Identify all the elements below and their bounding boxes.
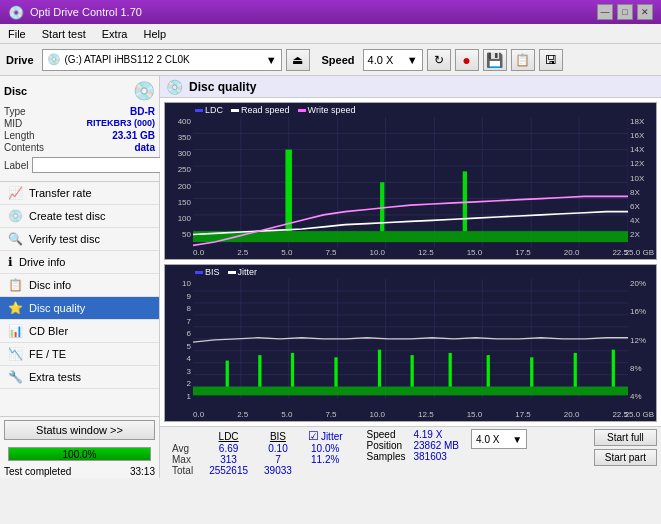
nav-cd-bier[interactable]: 📊 CD BIer xyxy=(0,320,159,343)
total-bis: 39033 xyxy=(256,465,300,476)
nav-label: CD BIer xyxy=(29,325,68,337)
right-stats: Speed 4.19 X Position 23862 MB Samples 3… xyxy=(363,429,464,462)
drive-eject-button[interactable]: ⏏ xyxy=(286,49,310,71)
start-part-button[interactable]: Start part xyxy=(594,449,657,466)
nav-label: Transfer rate xyxy=(29,187,92,199)
nav-verify-test-disc[interactable]: 🔍 Verify test disc xyxy=(0,228,159,251)
drive-cd-icon: 💿 xyxy=(47,53,61,66)
max-ldc: 313 xyxy=(201,454,256,465)
progress-text: 100.0% xyxy=(9,448,150,462)
length-label: Length xyxy=(4,130,35,141)
menu-start-test[interactable]: Start test xyxy=(38,27,90,41)
jitter-checkbox-row[interactable]: ☑ Jitter xyxy=(308,429,343,443)
svg-rect-16 xyxy=(193,231,628,242)
nav-create-test-disc[interactable]: 💿 Create test disc xyxy=(0,205,159,228)
drive-label: Drive xyxy=(6,54,34,66)
speed-position-table: Speed 4.19 X Position 23862 MB Samples 3… xyxy=(363,429,464,462)
disc-quality-header-icon: 💿 xyxy=(166,79,183,95)
menu-bar: File Start test Extra Help xyxy=(0,24,661,44)
label-input[interactable] xyxy=(32,157,165,173)
svg-rect-40 xyxy=(291,353,294,387)
nav-drive-info[interactable]: ℹ Drive info xyxy=(0,251,159,274)
toolbar-btn-2[interactable]: 💾 xyxy=(483,49,507,71)
svg-rect-48 xyxy=(612,350,615,387)
svg-rect-37 xyxy=(193,387,628,396)
speed-value: 4.0 X xyxy=(368,54,394,66)
app-title: Opti Drive Control 1.70 xyxy=(30,6,142,18)
chart1-x-axis: 0.0 2.5 5.0 7.5 10.0 12.5 15.0 17.5 20.0… xyxy=(193,248,628,257)
contents-label: Contents xyxy=(4,142,44,153)
legend-write-speed: Write speed xyxy=(298,105,356,115)
svg-rect-42 xyxy=(378,350,381,387)
speed-stat-label: Speed xyxy=(363,429,410,440)
stats-speed-selector[interactable]: 4.0 X ▼ xyxy=(471,429,527,449)
menu-file[interactable]: File xyxy=(4,27,30,41)
start-full-button[interactable]: Start full xyxy=(594,429,657,446)
speed-stat-value: 4.19 X xyxy=(409,429,463,440)
label-label: Label xyxy=(4,160,28,171)
stats-header-bis: BIS xyxy=(256,429,300,443)
toolbar-save-button[interactable]: 🖫 xyxy=(539,49,563,71)
speed-label: Speed xyxy=(322,54,355,66)
mid-value: RITEKBR3 (000) xyxy=(86,118,155,129)
nav-items: 📈 Transfer rate 💿 Create test disc 🔍 Ver… xyxy=(0,182,159,389)
menu-help[interactable]: Help xyxy=(139,27,170,41)
type-label: Type xyxy=(4,106,26,117)
toolbar-btn-3[interactable]: 📋 xyxy=(511,49,535,71)
samples-stat-label: Samples xyxy=(363,451,410,462)
stats-table: LDC BIS ☑ Jitter Avg 6.69 xyxy=(164,429,351,476)
drive-value: (G:) ATAPI iHBS112 2 CL0K xyxy=(65,54,190,65)
status-window-button[interactable]: Status window >> xyxy=(4,420,155,440)
nav-disc-quality[interactable]: ⭐ Disc quality xyxy=(0,297,159,320)
speed-dropdown-icon: ▼ xyxy=(407,54,418,66)
nav-disc-info[interactable]: 📋 Disc info xyxy=(0,274,159,297)
toolbar-btn-1[interactable]: ● xyxy=(455,49,479,71)
legend-read-speed: Read speed xyxy=(231,105,290,115)
fe-te-icon: 📉 xyxy=(8,347,23,361)
stats-row-avg: Avg 6.69 0.10 10.0% xyxy=(164,443,351,454)
length-value: 23.31 GB xyxy=(112,130,155,141)
minimize-button[interactable]: — xyxy=(597,4,613,20)
speed-apply-button[interactable]: ↻ xyxy=(427,49,451,71)
svg-rect-19 xyxy=(463,171,467,231)
svg-rect-43 xyxy=(411,355,414,387)
transfer-rate-icon: 📈 xyxy=(8,186,23,200)
nav-label: Disc quality xyxy=(29,302,85,314)
cd-bier-icon: 📊 xyxy=(8,324,23,338)
nav-transfer-rate[interactable]: 📈 Transfer rate xyxy=(0,182,159,205)
chart2-y-axis-left: 10 9 8 7 6 5 4 3 2 1 xyxy=(165,279,193,401)
max-label: Max xyxy=(164,454,201,465)
contents-value: data xyxy=(134,142,155,153)
disc-quality-icon: ⭐ xyxy=(8,301,23,315)
status-time: 33:13 xyxy=(130,466,155,477)
close-button[interactable]: ✕ xyxy=(637,4,653,20)
svg-rect-46 xyxy=(530,357,533,386)
speed-selector[interactable]: 4.0 X ▼ xyxy=(363,49,423,71)
stats-row-max: Max 313 7 11.2% xyxy=(164,454,351,465)
chart2-gb-label: 25.0 GB xyxy=(625,410,654,419)
maximize-button[interactable]: □ xyxy=(617,4,633,20)
main-layout: Disc 💿 Type BD-R MID RITEKBR3 (000) Leng… xyxy=(0,76,661,478)
drive-selector[interactable]: 💿 (G:) ATAPI iHBS112 2 CL0K ▼ xyxy=(42,49,282,71)
disc-panel-icon: 💿 xyxy=(133,80,155,102)
max-bis: 7 xyxy=(256,454,300,465)
total-jitter xyxy=(300,465,351,476)
status-label: Test completed xyxy=(4,466,71,477)
nav-label: Drive info xyxy=(19,256,65,268)
window-controls: — □ ✕ xyxy=(597,4,653,20)
jitter-checkbox-icon[interactable]: ☑ xyxy=(308,429,319,443)
max-jitter: 11.2% xyxy=(300,454,351,465)
chart-bis: BIS Jitter 10 9 8 7 6 5 4 3 xyxy=(164,264,657,422)
menu-extra[interactable]: Extra xyxy=(98,27,132,41)
svg-rect-44 xyxy=(449,353,452,387)
chart1-svg xyxy=(193,117,628,248)
disc-panel-title: Disc xyxy=(4,85,27,97)
nav-fe-te[interactable]: 📉 FE / TE xyxy=(0,343,159,366)
nav-extra-tests[interactable]: 🔧 Extra tests xyxy=(0,366,159,389)
nav-label: Verify test disc xyxy=(29,233,100,245)
stats-speed-dropdown-icon: ▼ xyxy=(512,434,522,445)
avg-bis: 0.10 xyxy=(256,443,300,454)
legend-jitter: Jitter xyxy=(228,267,258,277)
avg-ldc: 6.69 xyxy=(201,443,256,454)
svg-rect-38 xyxy=(226,361,229,387)
